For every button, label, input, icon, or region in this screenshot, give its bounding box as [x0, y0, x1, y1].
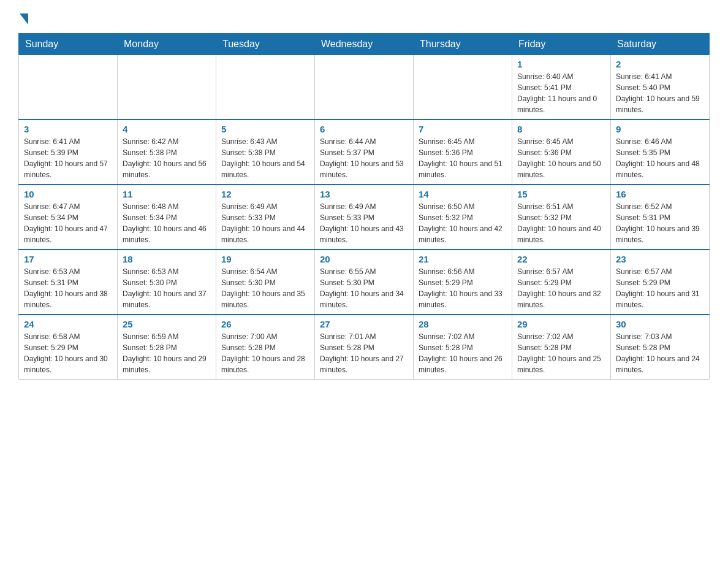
day-info: Sunrise: 6:47 AM Sunset: 5:34 PM Dayligh…: [24, 201, 112, 245]
day-info: Sunrise: 6:43 AM Sunset: 5:38 PM Dayligh…: [221, 136, 309, 180]
calendar-cell: 24Sunrise: 6:58 AM Sunset: 5:29 PM Dayli…: [19, 315, 118, 380]
day-number: 3: [24, 124, 112, 134]
calendar-cell: 29Sunrise: 7:02 AM Sunset: 5:28 PM Dayli…: [512, 315, 611, 380]
day-info: Sunrise: 6:58 AM Sunset: 5:29 PM Dayligh…: [24, 331, 112, 375]
day-number: 6: [320, 124, 408, 134]
calendar-cell: [216, 55, 315, 120]
weekday-header-sunday: Sunday: [19, 34, 118, 55]
calendar-cell: 4Sunrise: 6:42 AM Sunset: 5:38 PM Daylig…: [118, 120, 216, 185]
day-number: 8: [517, 124, 605, 134]
day-number: 2: [616, 59, 704, 69]
day-number: 13: [320, 189, 408, 199]
day-number: 19: [221, 254, 309, 264]
weekday-header-tuesday: Tuesday: [216, 34, 315, 55]
calendar-cell: [315, 55, 414, 120]
calendar-cell: [19, 55, 118, 120]
day-info: Sunrise: 6:41 AM Sunset: 5:39 PM Dayligh…: [24, 136, 112, 180]
day-number: 25: [123, 319, 211, 329]
day-number: 28: [419, 319, 507, 329]
day-number: 11: [123, 189, 211, 199]
week-row-5: 24Sunrise: 6:58 AM Sunset: 5:29 PM Dayli…: [19, 315, 710, 380]
calendar-cell: 30Sunrise: 7:03 AM Sunset: 5:28 PM Dayli…: [611, 315, 710, 380]
day-number: 26: [221, 319, 309, 329]
weekday-header-monday: Monday: [118, 34, 216, 55]
day-number: 22: [517, 254, 605, 264]
week-row-4: 17Sunrise: 6:53 AM Sunset: 5:31 PM Dayli…: [19, 250, 710, 315]
day-info: Sunrise: 6:41 AM Sunset: 5:40 PM Dayligh…: [616, 71, 704, 115]
calendar-cell: [118, 55, 216, 120]
calendar-cell: 18Sunrise: 6:53 AM Sunset: 5:30 PM Dayli…: [118, 250, 216, 315]
calendar-cell: 11Sunrise: 6:48 AM Sunset: 5:34 PM Dayli…: [118, 185, 216, 250]
calendar-cell: 6Sunrise: 6:44 AM Sunset: 5:37 PM Daylig…: [315, 120, 414, 185]
day-info: Sunrise: 7:00 AM Sunset: 5:28 PM Dayligh…: [221, 331, 309, 375]
logo: [18, 12, 28, 21]
calendar-cell: [414, 55, 512, 120]
day-info: Sunrise: 6:55 AM Sunset: 5:30 PM Dayligh…: [320, 266, 408, 310]
calendar-cell: 10Sunrise: 6:47 AM Sunset: 5:34 PM Dayli…: [19, 185, 118, 250]
week-row-2: 3Sunrise: 6:41 AM Sunset: 5:39 PM Daylig…: [19, 120, 710, 185]
calendar-cell: 28Sunrise: 7:02 AM Sunset: 5:28 PM Dayli…: [414, 315, 512, 380]
day-number: 14: [419, 189, 507, 199]
week-row-3: 10Sunrise: 6:47 AM Sunset: 5:34 PM Dayli…: [19, 185, 710, 250]
calendar-cell: 26Sunrise: 7:00 AM Sunset: 5:28 PM Dayli…: [216, 315, 315, 380]
weekday-header-friday: Friday: [512, 34, 611, 55]
calendar-cell: 13Sunrise: 6:49 AM Sunset: 5:33 PM Dayli…: [315, 185, 414, 250]
calendar-cell: 5Sunrise: 6:43 AM Sunset: 5:38 PM Daylig…: [216, 120, 315, 185]
day-number: 4: [123, 124, 211, 134]
day-info: Sunrise: 6:49 AM Sunset: 5:33 PM Dayligh…: [221, 201, 309, 245]
calendar-cell: 7Sunrise: 6:45 AM Sunset: 5:36 PM Daylig…: [414, 120, 512, 185]
weekday-header-row: SundayMondayTuesdayWednesdayThursdayFrid…: [19, 34, 710, 55]
day-number: 16: [616, 189, 704, 199]
day-number: 9: [616, 124, 704, 134]
day-number: 29: [517, 319, 605, 329]
day-info: Sunrise: 6:53 AM Sunset: 5:30 PM Dayligh…: [123, 266, 211, 310]
day-info: Sunrise: 6:50 AM Sunset: 5:32 PM Dayligh…: [419, 201, 507, 245]
week-row-1: 1Sunrise: 6:40 AM Sunset: 5:41 PM Daylig…: [19, 55, 710, 120]
day-info: Sunrise: 7:02 AM Sunset: 5:28 PM Dayligh…: [517, 331, 605, 375]
day-info: Sunrise: 6:44 AM Sunset: 5:37 PM Dayligh…: [320, 136, 408, 180]
day-number: 15: [517, 189, 605, 199]
day-info: Sunrise: 6:54 AM Sunset: 5:30 PM Dayligh…: [221, 266, 309, 310]
day-info: Sunrise: 6:51 AM Sunset: 5:32 PM Dayligh…: [517, 201, 605, 245]
calendar-table: SundayMondayTuesdayWednesdayThursdayFrid…: [18, 33, 710, 380]
calendar-cell: 14Sunrise: 6:50 AM Sunset: 5:32 PM Dayli…: [414, 185, 512, 250]
calendar-cell: 25Sunrise: 6:59 AM Sunset: 5:28 PM Dayli…: [118, 315, 216, 380]
day-info: Sunrise: 6:46 AM Sunset: 5:35 PM Dayligh…: [616, 136, 704, 180]
day-number: 21: [419, 254, 507, 264]
day-number: 1: [517, 59, 605, 69]
calendar-cell: 9Sunrise: 6:46 AM Sunset: 5:35 PM Daylig…: [611, 120, 710, 185]
weekday-header-thursday: Thursday: [414, 34, 512, 55]
calendar-cell: 15Sunrise: 6:51 AM Sunset: 5:32 PM Dayli…: [512, 185, 611, 250]
day-info: Sunrise: 6:52 AM Sunset: 5:31 PM Dayligh…: [616, 201, 704, 245]
calendar-cell: 12Sunrise: 6:49 AM Sunset: 5:33 PM Dayli…: [216, 185, 315, 250]
calendar-cell: 16Sunrise: 6:52 AM Sunset: 5:31 PM Dayli…: [611, 185, 710, 250]
calendar-cell: 20Sunrise: 6:55 AM Sunset: 5:30 PM Dayli…: [315, 250, 414, 315]
day-info: Sunrise: 7:02 AM Sunset: 5:28 PM Dayligh…: [419, 331, 507, 375]
day-number: 10: [24, 189, 112, 199]
day-info: Sunrise: 6:56 AM Sunset: 5:29 PM Dayligh…: [419, 266, 507, 310]
day-info: Sunrise: 6:53 AM Sunset: 5:31 PM Dayligh…: [24, 266, 112, 310]
day-number: 5: [221, 124, 309, 134]
logo-arrow-icon: [20, 13, 28, 25]
day-number: 24: [24, 319, 112, 329]
day-number: 23: [616, 254, 704, 264]
day-number: 12: [221, 189, 309, 199]
calendar-cell: 19Sunrise: 6:54 AM Sunset: 5:30 PM Dayli…: [216, 250, 315, 315]
calendar-cell: 1Sunrise: 6:40 AM Sunset: 5:41 PM Daylig…: [512, 55, 611, 120]
calendar-cell: 2Sunrise: 6:41 AM Sunset: 5:40 PM Daylig…: [611, 55, 710, 120]
calendar-cell: 27Sunrise: 7:01 AM Sunset: 5:28 PM Dayli…: [315, 315, 414, 380]
day-info: Sunrise: 6:57 AM Sunset: 5:29 PM Dayligh…: [616, 266, 704, 310]
day-info: Sunrise: 6:42 AM Sunset: 5:38 PM Dayligh…: [123, 136, 211, 180]
calendar-cell: 23Sunrise: 6:57 AM Sunset: 5:29 PM Dayli…: [611, 250, 710, 315]
day-info: Sunrise: 6:45 AM Sunset: 5:36 PM Dayligh…: [517, 136, 605, 180]
day-info: Sunrise: 7:01 AM Sunset: 5:28 PM Dayligh…: [320, 331, 408, 375]
calendar-cell: 8Sunrise: 6:45 AM Sunset: 5:36 PM Daylig…: [512, 120, 611, 185]
day-info: Sunrise: 6:49 AM Sunset: 5:33 PM Dayligh…: [320, 201, 408, 245]
calendar-cell: 21Sunrise: 6:56 AM Sunset: 5:29 PM Dayli…: [414, 250, 512, 315]
weekday-header-saturday: Saturday: [611, 34, 710, 55]
calendar-cell: 3Sunrise: 6:41 AM Sunset: 5:39 PM Daylig…: [19, 120, 118, 185]
day-number: 18: [123, 254, 211, 264]
day-info: Sunrise: 6:59 AM Sunset: 5:28 PM Dayligh…: [123, 331, 211, 375]
calendar-cell: 22Sunrise: 6:57 AM Sunset: 5:29 PM Dayli…: [512, 250, 611, 315]
day-info: Sunrise: 6:48 AM Sunset: 5:34 PM Dayligh…: [123, 201, 211, 245]
